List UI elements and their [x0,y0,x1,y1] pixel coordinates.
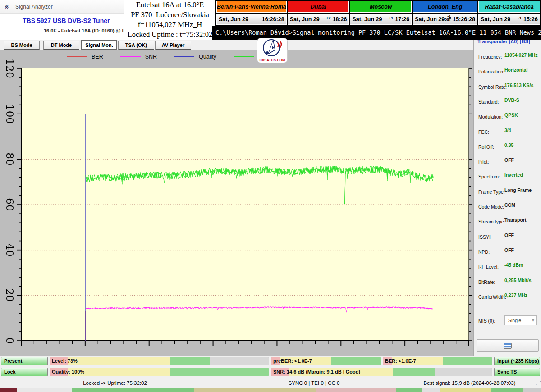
sliver-segment [396,388,422,392]
field-label: Standard: [478,99,499,105]
y-tick-label: 60 [1,196,19,214]
clock-time: 15:26:28 [453,16,475,23]
field-value: OFF [504,247,514,253]
field-label: RF Level: [478,264,499,269]
level-bar-label: Level: 73% [52,357,78,365]
bar-zone [210,357,269,365]
field-label: Frame Type: [478,189,505,195]
field-code-mode-: Code Mode:CCM [478,202,540,211]
level-progress-bar: Level: 73% [50,357,269,365]
field-value: Inverted [504,172,523,178]
legend-label: Quality [199,54,216,60]
field-label: Symbol Rate: [478,84,507,90]
input-bitrate-badge: Input (~235 Kbps) [494,357,540,365]
quality-progress-bar: Quality: 100% [50,368,269,376]
clock-date: Sat, Jun 29 [352,16,382,23]
lock-badge: Lock [1,368,48,376]
bar-zone [393,368,435,376]
field-value: 0,255 Mbit/s [504,278,532,283]
field-label: Modulation: [478,114,503,119]
snr-progress-bar: SNR: 14,6 dB (Margin: 9,1 dB | Good) [271,368,492,376]
field-value: Transport [504,217,526,223]
sliver-segment [491,388,523,392]
status-bar: Locked -> Uptime: 75:32:02 SYNC 0 | TEI … [0,378,541,388]
clock-utc-offset: +1 [382,16,395,20]
save-button[interactable] [477,339,539,352]
legend-item-quality: Quality [174,54,216,60]
background-window-sliver [0,388,541,392]
tab-bs-mode[interactable]: BS Mode [4,41,40,50]
present-badge: Present [1,357,48,365]
tab-av-player[interactable]: AV Player [155,41,191,50]
clock-time-row: Sat, Jun 29 16:26:28 [216,14,287,25]
signal-chart-region: BERSNRQualityLevel 020406080100120 [0,50,473,356]
clock: Moscow Sat, Jun 29 +1 17:26 [350,1,412,26]
field-carrierwidth-: CarrierWidth:0,237 MHz [478,292,540,301]
save-icon [504,343,512,349]
legend-item-snr: SNR [120,54,157,60]
satellite-dish-icon [260,38,285,57]
field-pilot-: Pilot:OFF [478,157,540,166]
clock-time: 17:26 [395,16,409,23]
quality-bar-label: Quality: 100% [52,368,84,376]
clock-city-label: London, Eng [413,1,477,13]
clock-date: Sat, Jun 29 [481,16,510,23]
field-value: QPSK [504,112,518,118]
status-best-signal: Best signal: 15,9 dB (2024-06-28 07:03) [398,378,541,388]
field-label: BitRate: [478,279,495,285]
clock-time: 15:26 [523,16,538,23]
app-title: Signal Analyzer [15,0,53,14]
dxsatcs-logo: DXSATCS.COM [257,38,288,63]
mis-row: MIS (0): Single ▾ [478,316,540,325]
mis-dropdown[interactable]: Single ▾ [504,315,537,325]
tab-signal-mon-[interactable]: Signal Mon. [81,40,117,50]
snr-line-swatch [120,56,141,57]
world-clocks-panel: Berlin-Paris-Vienna-Roma Sat, Jun 29 16:… [215,0,541,26]
field-symbol-rate-: Symbol Rate:176,513 KS/s [478,82,540,91]
preber-progress-bar: preBER: <1.0E-7 [271,357,381,365]
sliver-segment [440,388,491,392]
clock-time-row: Sat, Jun 29 -1DST 15:26:28 [413,14,477,25]
annotation-frequency: f=11054,027 MHz_H [124,20,215,30]
field-value: Horizontal [504,67,527,73]
signal-history-chart [0,63,473,356]
tab-dt-mode[interactable]: DT Mode [43,41,79,50]
logo-text: DXSATCS.COM [257,58,287,62]
legend-item-ber: BER [67,54,103,60]
signal-analyzer-screen: ⨳ Signal Analyzer TBS 5927 USB DVB-S2 Tu… [0,0,541,392]
legend-label: SNR [145,54,157,60]
clock-time-row: Sat, Jun 29 -1 15:26 [478,14,540,25]
sliver-segment [17,388,72,392]
y-tick-label: 120 [1,59,19,77]
field-npd-: NPD:OFF [478,247,540,256]
field-label: CarrierWidth: [478,294,506,300]
legend-label: BER [92,54,103,60]
field-label: Stream type: [478,219,505,224]
mode-tabs: BS ModeDT ModeSignal Mon.TSA (OK)AV Play… [0,40,473,50]
ber-bar-label: BER: <1.0E-7 [385,357,416,365]
field-value: DVB-S [504,97,519,103]
bar-zone [170,368,269,376]
field-value: 0,237 MHz [504,292,527,298]
clock-utc-offset: -1DST [445,14,453,22]
field-label: ISSYI [478,234,491,240]
tuner-name: TBS 5927 USB DVB-S2 Tuner [23,17,110,24]
clock-date: Sat, Jun 29 [415,16,445,23]
resize-grip[interactable]: ⋰ [536,380,540,386]
field-value: 176,513 KS/s [504,82,533,88]
field-fec-: FEC:3/4 [478,128,540,137]
annotation-location: PF 370_Lučenec/Slovakia [124,10,215,20]
field-label: Spectrum: [478,174,500,179]
field-modulation-: Modulation:QPSK [478,112,540,121]
sliver-segment [316,388,396,392]
field-issyi: ISSYIOFF [478,232,540,242]
preber-bar-label: preBER: <1.0E-7 [273,357,312,365]
indicator-panel: Present Lock Input (~235 Kbps) Sync TS L… [0,356,541,378]
clock-time: 16:26:28 [262,16,284,23]
annotation-satellite: Eutelsat 16A at 16.0°E [124,0,215,10]
tab-tsa-ok-[interactable]: TSA (OK) [118,41,154,50]
field-value: Long Frame [504,187,532,193]
clock: Rabat-Casablanca Sat, Jun 29 -1 15:26 [478,1,540,26]
bar-zone [435,368,492,376]
clock-city-label: Moscow [350,1,412,13]
